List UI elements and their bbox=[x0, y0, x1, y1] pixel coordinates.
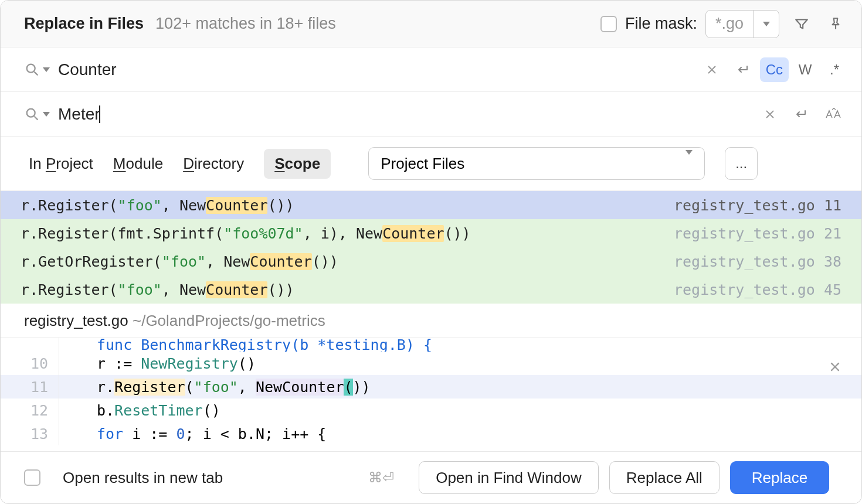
file-mask-select[interactable]: *.go bbox=[705, 10, 779, 38]
match-case-toggle[interactable]: Cc bbox=[760, 57, 789, 82]
regex-toggle[interactable]: .* bbox=[822, 57, 847, 82]
pin-icon[interactable] bbox=[824, 12, 847, 36]
clear-search-icon[interactable] bbox=[699, 57, 725, 82]
filter-icon[interactable] bbox=[790, 12, 813, 36]
search-icon[interactable] bbox=[24, 106, 50, 122]
newline-icon[interactable] bbox=[728, 57, 756, 82]
preserve-case-toggle[interactable] bbox=[818, 102, 847, 127]
open-in-tab-checkbox[interactable] bbox=[24, 469, 40, 486]
result-row[interactable]: r.Register(fmt.Sprintf("foo%07d", i), Ne… bbox=[1, 219, 861, 247]
code-preview: func BenchmarkRegistry(b *testing.B) { 1… bbox=[1, 337, 861, 448]
newline-icon[interactable] bbox=[786, 102, 815, 127]
whole-word-toggle[interactable]: W bbox=[792, 57, 818, 82]
dialog-header: Replace in Files 102+ matches in 18+ fil… bbox=[1, 1, 861, 47]
file-mask-label: File mask: bbox=[625, 15, 697, 33]
svg-point-3 bbox=[27, 108, 35, 117]
result-row[interactable]: r.Register("foo", NewCounter()) registry… bbox=[1, 191, 861, 219]
code-line: 13 for i := 0; i < b.N; i++ { bbox=[1, 422, 861, 445]
search-icon[interactable] bbox=[24, 62, 50, 78]
code-line: 11 r.Register("foo", NewCounter()) bbox=[1, 375, 861, 399]
scope-row: In Project Module Directory Scope Projec… bbox=[1, 137, 861, 191]
preview-file-path: ~/GolandProjects/go-metrics bbox=[133, 312, 325, 329]
result-row[interactable]: r.GetOrRegister("foo", NewCounter()) reg… bbox=[1, 247, 861, 275]
scope-select[interactable]: Project Files bbox=[368, 147, 705, 180]
search-field-row: Cc W .* bbox=[1, 47, 861, 92]
scope-tab-project[interactable]: In Project bbox=[29, 149, 93, 179]
scope-tab-directory[interactable]: Directory bbox=[183, 149, 244, 179]
close-preview-icon[interactable] bbox=[829, 360, 841, 377]
scope-select-value: Project Files bbox=[381, 155, 464, 173]
scope-ellipsis-button[interactable]: ... bbox=[725, 147, 758, 180]
chevron-down-icon bbox=[753, 11, 779, 38]
file-mask-checkbox[interactable] bbox=[600, 16, 617, 32]
search-input[interactable] bbox=[58, 60, 699, 79]
svg-point-0 bbox=[27, 64, 35, 72]
footer: Open results in new tab ⌘⏎ Open in Find … bbox=[1, 451, 861, 503]
replace-field-row: Meter bbox=[1, 92, 861, 137]
scope-tab-scope[interactable]: Scope bbox=[264, 149, 331, 179]
chevron-down-icon bbox=[685, 155, 693, 173]
code-line: 10 r := NewRegistry() bbox=[1, 352, 861, 375]
replace-button[interactable]: Replace bbox=[730, 461, 829, 494]
open-in-tab-label: Open results in new tab bbox=[63, 469, 223, 487]
shortcut-hint: ⌘⏎ bbox=[368, 469, 394, 486]
clear-replace-icon[interactable] bbox=[757, 102, 783, 127]
replace-all-button[interactable]: Replace All bbox=[609, 461, 720, 494]
results-list: r.Register("foo", NewCounter()) registry… bbox=[1, 191, 861, 304]
match-count: 102+ matches in 18+ files bbox=[155, 15, 336, 33]
preview-file-name: registry_test.go bbox=[24, 312, 128, 329]
result-row[interactable]: r.Register("foo", NewCounter()) registry… bbox=[1, 275, 861, 304]
preview-file-header: registry_test.go ~/GolandProjects/go-met… bbox=[1, 304, 861, 337]
code-line: 12 b.ResetTimer() bbox=[1, 399, 861, 422]
scope-tab-module[interactable]: Module bbox=[113, 149, 163, 179]
dialog-title: Replace in Files bbox=[24, 15, 144, 33]
replace-input[interactable]: Meter bbox=[58, 105, 100, 124]
open-in-find-window-button[interactable]: Open in Find Window bbox=[419, 461, 599, 494]
file-mask-value: *.go bbox=[706, 15, 753, 33]
